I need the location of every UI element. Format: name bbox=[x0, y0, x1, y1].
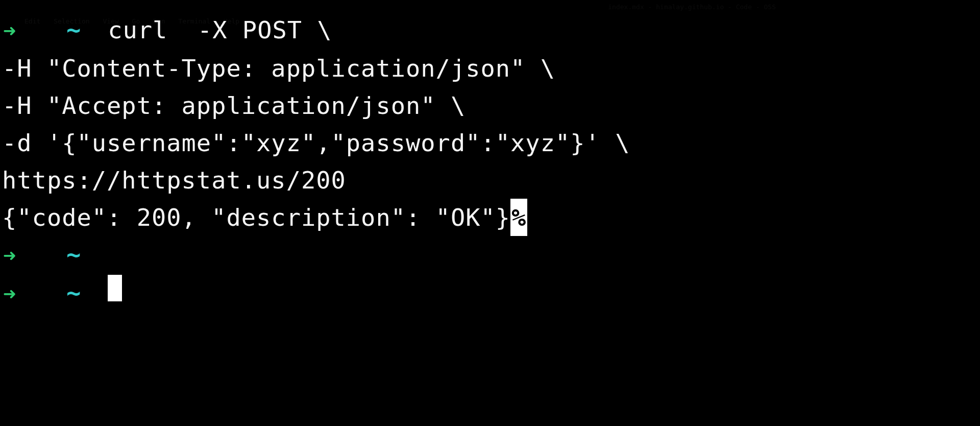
cmd-curl: curl -X POST \ bbox=[93, 11, 332, 49]
prompt-tilde: ~ bbox=[66, 11, 93, 49]
terminal-line-empty-1: ➜ ~ bbox=[0, 236, 980, 274]
prompt-tilde: ~ bbox=[66, 274, 93, 312]
prompt-arrow-icon: ➜ bbox=[0, 12, 21, 50]
terminal-line-2: -H "Content-Type: application/json" \ bbox=[0, 50, 980, 87]
prompt-arrow-icon: ➜ bbox=[0, 237, 21, 274]
prompt-arrow-icon: ➜ bbox=[0, 275, 21, 313]
terminal-line-1: ➜ ~ curl -X POST \ bbox=[0, 11, 980, 50]
cmd-data-body: -d '{"username":"xyz","password":"xyz"}'… bbox=[2, 129, 630, 157]
terminal-line-5: https://httpstat.us/200 bbox=[0, 161, 980, 199]
cmd-header-content-type: -H "Content-Type: application/json" \ bbox=[2, 54, 555, 82]
prompt-tilde: ~ bbox=[66, 236, 93, 273]
terminal-panel[interactable]: ➜ ~ curl -X POST \ -H "Content-Type: app… bbox=[0, 0, 980, 313]
cmd-url: https://httpstat.us/200 bbox=[2, 166, 346, 194]
trailing-percent-icon: % bbox=[510, 199, 527, 236]
terminal-line-response: {"code": 200, "description": "OK"}% bbox=[0, 199, 980, 236]
terminal-line-cursor: ➜ ~ bbox=[0, 274, 980, 313]
terminal-cursor bbox=[108, 275, 122, 301]
response-body: {"code": 200, "description": "OK"} bbox=[2, 203, 510, 231]
cmd-header-accept: -H "Accept: application/json" \ bbox=[2, 91, 465, 120]
terminal-line-3: -H "Accept: application/json" \ bbox=[0, 87, 980, 124]
terminal-line-4: -d '{"username":"xyz","password":"xyz"}'… bbox=[0, 124, 980, 161]
